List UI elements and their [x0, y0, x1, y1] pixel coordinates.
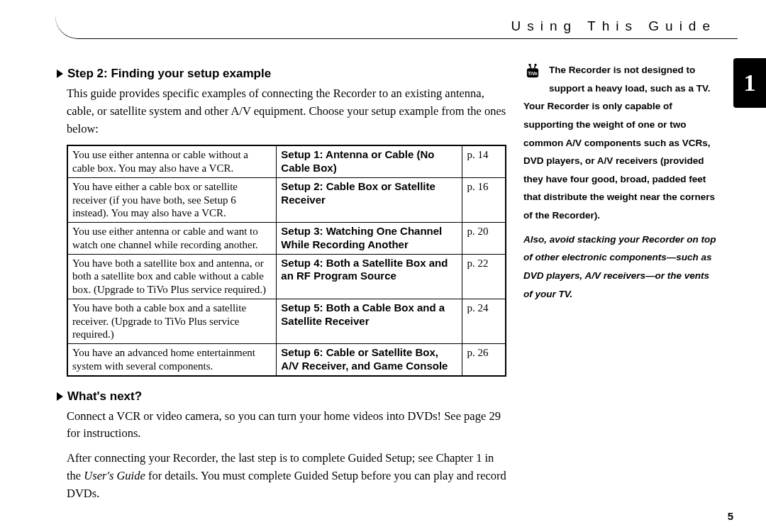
setup-desc: You have both a satellite box and antenn…: [67, 254, 277, 299]
setup-table: You use either antenna or cable without …: [67, 145, 506, 376]
header-title: Using This Guide: [511, 18, 716, 34]
sidebar-italic-text: Also, avoid stacking your Recorder on to…: [523, 231, 716, 304]
setup-desc: You have both a cable box and a satellit…: [67, 299, 277, 343]
svg-text:TiVo: TiVo: [528, 71, 538, 76]
table-row: You use either antenna or cable without …: [67, 145, 506, 177]
tivo-logo-icon: TiVo: [523, 62, 543, 82]
whats-next-body2: After connecting your Recorder, the last…: [67, 450, 506, 502]
setup-page: p. 20: [462, 223, 506, 255]
setup-title: Setup 5: Both a Cable Box and a Satellit…: [277, 299, 462, 343]
users-guide-italic: User's Guide: [84, 469, 145, 482]
table-row: You have both a satellite box and antenn…: [67, 254, 506, 299]
setup-desc: You have an advanced home entertainment …: [67, 344, 277, 376]
table-row: You have both a cable box and a satellit…: [67, 299, 506, 343]
setup-page: p. 24: [462, 299, 506, 343]
sidebar-main-text: Your Recorder is only capable of support…: [523, 101, 715, 221]
whats-next-body1: Connect a VCR or video camera, so you ca…: [67, 408, 506, 443]
page-number: 5: [728, 510, 733, 522]
step2-heading-text: Step 2: Finding your setup example: [67, 67, 271, 81]
triangle-right-icon: [57, 70, 63, 78]
setup-page: p. 26: [462, 344, 506, 376]
setup-title: Setup 4: Both a Satellite Box and an RF …: [277, 254, 462, 299]
sidebar-bold-intro: The Recorder is not designed to support …: [549, 65, 711, 94]
setup-title: Setup 1: Antenna or Cable (No Cable Box): [277, 145, 462, 177]
whats-next-heading: What's next?: [57, 389, 660, 404]
triangle-right-icon: [57, 392, 63, 401]
setup-page: p. 14: [462, 145, 506, 177]
svg-point-3: [528, 64, 531, 66]
sidebar-note: TiVo The Recorder is not designed to sup…: [523, 61, 716, 303]
svg-point-4: [534, 64, 536, 66]
setup-page: p. 22: [462, 254, 506, 299]
setup-page: p. 16: [462, 177, 506, 222]
setup-title: Setup 3: Watching One Channel While Reco…: [277, 223, 462, 255]
setup-title: Setup 6: Cable or Satellite Box, A/V Rec…: [277, 344, 462, 376]
table-row: You have an advanced home entertainment …: [67, 344, 506, 376]
step2-body: This guide provides specific examples of…: [67, 85, 506, 138]
chapter-tab: 1: [733, 58, 766, 108]
setup-desc: You use either antenna or cable without …: [67, 145, 277, 177]
table-row: You have either a cable box or satellite…: [67, 177, 506, 222]
setup-title: Setup 2: Cable Box or Satellite Receiver: [277, 177, 462, 222]
page-header: Using This Guide: [55, 9, 738, 39]
table-row: You use either antenna or cable and want…: [67, 223, 506, 255]
setup-desc: You have either a cable box or satellite…: [67, 177, 277, 222]
setup-desc: You use either antenna or cable and want…: [67, 223, 277, 255]
whats-next-heading-text: What's next?: [67, 389, 142, 404]
